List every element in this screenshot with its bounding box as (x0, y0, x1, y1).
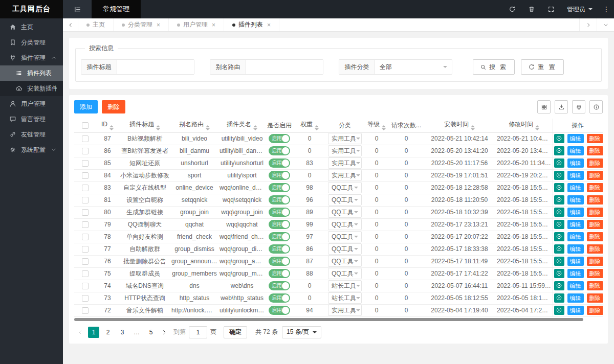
row-checkbox[interactable] (82, 234, 89, 240)
enabled-toggle[interactable]: 启用 (269, 244, 290, 254)
enabled-toggle[interactable]: 启用 (269, 220, 290, 229)
delete-button[interactable]: 删除 (102, 100, 125, 113)
admin-dropdown[interactable]: 管理员 (561, 0, 599, 18)
edit-button[interactable]: 编辑 (567, 293, 584, 303)
plugin-title-input[interactable] (117, 60, 194, 74)
close-icon[interactable]: × (212, 21, 215, 29)
row-checkbox[interactable] (82, 197, 89, 203)
column-header-weight[interactable]: 权重 (293, 119, 326, 132)
edit-button[interactable]: 编辑 (567, 146, 584, 155)
per-page-select[interactable]: 15 条/页 (282, 326, 321, 338)
row-checkbox[interactable] (82, 246, 89, 253)
sidebar-item-安装新插件[interactable]: 安装新插件 (0, 81, 63, 96)
run-button[interactable] (554, 293, 564, 303)
delete-row-button[interactable]: 删除 (587, 232, 603, 241)
sidebar-item-留言管理[interactable]: 留言管理 (0, 111, 63, 127)
print-icon[interactable] (572, 100, 585, 113)
category-select[interactable]: QQ工具 (328, 256, 362, 267)
page-prev-icon[interactable] (74, 329, 86, 335)
tab-主页[interactable]: 主页 (78, 18, 114, 31)
sidebar-item-友链管理[interactable]: 友链管理 (0, 127, 63, 142)
run-button[interactable] (554, 257, 564, 266)
sort-icon[interactable] (253, 125, 257, 130)
delete-row-button[interactable]: 删除 (587, 244, 603, 254)
edit-button[interactable]: 编辑 (567, 257, 584, 266)
enabled-toggle[interactable]: 启用 (269, 158, 290, 168)
export-icon[interactable] (555, 100, 568, 113)
category-select[interactable]: QQ工具 (328, 182, 362, 193)
column-header-install_time[interactable]: 安装时间 (423, 119, 496, 132)
run-button[interactable] (554, 134, 564, 143)
page-button-2[interactable]: 2 (102, 327, 114, 338)
sidebar-item-系统配置[interactable]: 系统配置 (0, 142, 63, 157)
edit-button[interactable]: 编辑 (567, 232, 584, 241)
row-checkbox[interactable] (82, 160, 89, 167)
plugin-category-select[interactable]: 全部 (375, 60, 452, 74)
row-checkbox[interactable] (82, 283, 89, 289)
sort-icon[interactable] (156, 125, 160, 130)
trash-icon[interactable] (522, 0, 541, 18)
search-button[interactable]: 搜 索 (473, 59, 515, 75)
sidebar-item-插件管理[interactable]: 插件管理 (0, 50, 63, 65)
enabled-toggle[interactable]: 启用 (269, 195, 290, 204)
run-button[interactable] (554, 146, 564, 155)
delete-row-button[interactable]: 删除 (587, 281, 603, 290)
sort-icon[interactable] (471, 125, 475, 130)
delete-row-button[interactable]: 删除 (587, 293, 603, 303)
delete-row-button[interactable]: 删除 (587, 158, 603, 168)
run-button[interactable] (554, 208, 564, 217)
alias-route-input[interactable] (246, 60, 323, 74)
sidebar-item-插件列表[interactable]: 插件列表 (0, 65, 63, 81)
delete-row-button[interactable]: 删除 (587, 220, 603, 229)
close-icon[interactable]: × (157, 21, 160, 29)
horizontal-scrollbar[interactable] (74, 318, 583, 321)
delete-row-button[interactable]: 删除 (587, 195, 603, 204)
enabled-toggle[interactable]: 启用 (269, 171, 290, 180)
tab-分类管理[interactable]: 分类管理× (114, 18, 169, 31)
tab-插件列表[interactable]: 插件列表× (224, 18, 279, 31)
page-button-3[interactable]: 3 (117, 327, 128, 338)
run-button[interactable] (554, 281, 564, 290)
delete-row-button[interactable]: 删除 (587, 134, 603, 143)
enabled-toggle[interactable]: 启用 (269, 281, 290, 290)
row-checkbox[interactable] (82, 295, 89, 302)
column-header-level[interactable]: 等级 (364, 119, 389, 132)
run-button[interactable] (554, 171, 564, 180)
delete-row-button[interactable]: 删除 (587, 269, 603, 278)
category-select[interactable]: QQ工具 (328, 194, 362, 206)
edit-button[interactable]: 编辑 (567, 208, 584, 217)
sort-icon[interactable] (109, 125, 114, 130)
reset-button[interactable]: 重 置 (521, 59, 563, 75)
edit-button[interactable]: 编辑 (567, 281, 584, 290)
row-checkbox[interactable] (82, 135, 89, 142)
kebab-menu-icon[interactable]: ⋮ (599, 0, 614, 18)
column-header-modify_time[interactable]: 修改时间 (496, 119, 553, 132)
run-button[interactable] (554, 158, 564, 168)
goto-page-input[interactable] (189, 326, 207, 338)
category-select[interactable]: QQ工具 (328, 207, 362, 218)
add-button[interactable]: 添加 (74, 100, 98, 113)
sidebar-item-主页[interactable]: 主页 (0, 19, 63, 35)
run-button[interactable] (554, 306, 564, 315)
info-icon[interactable] (589, 100, 603, 113)
page-button-1[interactable]: 1 (88, 327, 99, 338)
sort-icon[interactable] (206, 125, 210, 130)
page-button-5[interactable]: 5 (145, 327, 157, 338)
enabled-toggle[interactable]: 启用 (269, 134, 290, 143)
columns-filter-icon[interactable] (537, 100, 551, 113)
row-checkbox[interactable] (82, 172, 89, 179)
sort-icon[interactable] (382, 125, 386, 130)
category-select[interactable]: 站长工具 (328, 280, 362, 291)
run-button[interactable] (554, 195, 564, 204)
delete-row-button[interactable]: 删除 (587, 208, 603, 217)
category-select[interactable]: 实用工具 (328, 305, 362, 316)
enabled-toggle[interactable]: 启用 (269, 257, 290, 266)
category-select[interactable]: 实用工具 (328, 133, 362, 144)
sidebar-item-分类管理[interactable]: 分类管理 (0, 35, 63, 50)
close-icon[interactable]: × (267, 21, 271, 29)
row-checkbox[interactable] (82, 258, 89, 265)
goto-confirm-button[interactable]: 确定 (224, 326, 247, 338)
category-select[interactable]: QQ工具 (328, 231, 362, 242)
delete-row-button[interactable]: 删除 (587, 257, 603, 266)
select-all-checkbox[interactable] (82, 122, 89, 129)
